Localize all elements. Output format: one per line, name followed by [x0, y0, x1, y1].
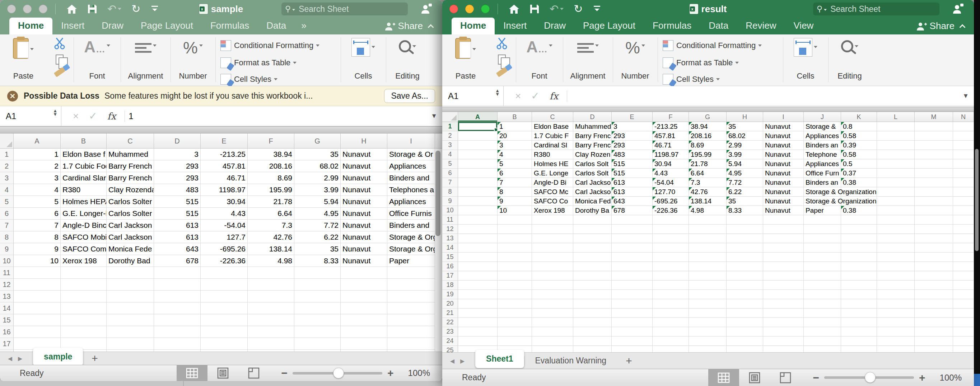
- copy-icon[interactable]: [498, 54, 506, 65]
- cell-H11[interactable]: [340, 267, 387, 279]
- cell-J15[interactable]: [804, 253, 841, 262]
- row-header-22[interactable]: 22: [442, 318, 458, 327]
- cell-K24[interactable]: [841, 337, 877, 346]
- cell-L7[interactable]: [877, 178, 915, 187]
- share-button[interactable]: Share: [916, 21, 964, 32]
- cell-N5[interactable]: [953, 159, 974, 168]
- cell-H11[interactable]: [727, 215, 763, 225]
- cell-M1[interactable]: [915, 122, 953, 131]
- column-header-E[interactable]: E: [612, 112, 652, 122]
- row-header-8[interactable]: 8: [0, 231, 14, 243]
- cell-F5[interactable]: 30.94: [652, 159, 689, 168]
- sheet-tab-sample[interactable]: sample: [33, 348, 83, 366]
- zoom-in-button[interactable]: +: [919, 372, 926, 384]
- cell-F13[interactable]: [652, 234, 689, 243]
- cell-F15[interactable]: [248, 314, 294, 326]
- cell-G24[interactable]: [689, 337, 727, 346]
- cell-I13[interactable]: [387, 291, 435, 302]
- cell-H12[interactable]: [727, 225, 763, 234]
- cell-G13[interactable]: [294, 291, 340, 302]
- select-all-corner[interactable]: [0, 133, 14, 148]
- cell-E11[interactable]: [200, 267, 248, 279]
- cell-B4[interactable]: R380: [60, 184, 107, 196]
- cell-J8[interactable]: Storage & Organization: [804, 187, 841, 197]
- home-icon[interactable]: [509, 4, 519, 14]
- cell-D4[interactable]: 483: [154, 184, 200, 196]
- cell-C9[interactable]: Monica Fede: [107, 243, 154, 255]
- cell-C1[interactable]: Muhammed: [107, 149, 154, 160]
- tab-formulas[interactable]: Formulas: [644, 17, 700, 35]
- cell-L24[interactable]: [877, 337, 915, 346]
- cell-J17[interactable]: [804, 271, 841, 281]
- cell-D7[interactable]: Carl Jackso: [573, 178, 612, 187]
- cell-H20[interactable]: [727, 299, 763, 308]
- tab-overflow-chevron[interactable]: »: [295, 17, 313, 35]
- cell-B4[interactable]: 4: [498, 150, 532, 159]
- cell-J3[interactable]: Binders an: [804, 141, 841, 150]
- cell-G17[interactable]: [689, 271, 727, 281]
- cell-K2[interactable]: 0.58: [841, 131, 877, 141]
- cell-K25[interactable]: [841, 346, 877, 352]
- zoom-in-button[interactable]: +: [387, 367, 394, 379]
- cell-E9[interactable]: -695.26: [200, 243, 248, 255]
- column-header-J[interactable]: J: [804, 112, 841, 122]
- home-icon[interactable]: [67, 4, 77, 14]
- row-header-8[interactable]: 8: [442, 187, 458, 197]
- cell-A12[interactable]: [458, 225, 498, 234]
- cell-N19[interactable]: [953, 290, 974, 299]
- cell-F2[interactable]: 208.16: [248, 160, 294, 172]
- cell-M11[interactable]: [915, 215, 953, 225]
- cell-I2[interactable]: Nunavut: [763, 131, 804, 141]
- editing-group[interactable]: Editing: [828, 35, 871, 86]
- tab-insert[interactable]: Insert: [52, 17, 93, 35]
- column-header-H[interactable]: H: [340, 133, 387, 148]
- cell-G3[interactable]: 8.69: [689, 141, 727, 150]
- close-button[interactable]: [449, 5, 458, 13]
- sheet-tab-sheet1[interactable]: Sheet1: [475, 350, 524, 368]
- cell-B8[interactable]: SAFCO Mobi: [60, 231, 107, 243]
- cell-G17[interactable]: [294, 338, 340, 350]
- insert-function-icon[interactable]: fx: [107, 111, 116, 122]
- cell-D12[interactable]: [154, 279, 200, 291]
- cell-C5[interactable]: Carlos Solter: [107, 196, 154, 208]
- cell-D11[interactable]: [573, 215, 612, 225]
- cell-N18[interactable]: [953, 281, 974, 290]
- alignment-group[interactable]: Alignment: [563, 35, 613, 86]
- cell-A17[interactable]: [458, 271, 498, 281]
- cell-E9[interactable]: 643: [612, 197, 652, 206]
- cell-C10[interactable]: Xerox 198: [532, 206, 573, 215]
- cell-J24[interactable]: [804, 337, 841, 346]
- cell-L25[interactable]: [877, 346, 915, 352]
- cell-E8[interactable]: 613: [612, 187, 652, 197]
- cell-G15[interactable]: [294, 314, 340, 326]
- cell-A4[interactable]: 4: [14, 184, 60, 196]
- cell-B18[interactable]: [498, 281, 532, 290]
- cell-I10[interactable]: Paper: [387, 255, 435, 267]
- cell-I6[interactable]: Nunavut: [763, 168, 804, 178]
- cell-H9[interactable]: 35: [727, 197, 763, 206]
- tab-home[interactable]: Home: [10, 17, 52, 35]
- cell-F3[interactable]: 8.69: [248, 172, 294, 184]
- cell-E3[interactable]: 46.71: [200, 172, 248, 184]
- cell-D13[interactable]: [154, 291, 200, 302]
- cell-M10[interactable]: [915, 206, 953, 215]
- tab-review[interactable]: Review: [737, 17, 785, 35]
- cell-N7[interactable]: [953, 178, 974, 187]
- cancel-icon[interactable]: ×: [73, 111, 79, 122]
- cell-C7[interactable]: Carl Jackson: [107, 219, 154, 231]
- cell-H24[interactable]: [727, 337, 763, 346]
- cell-B11[interactable]: [498, 215, 532, 225]
- cell-M22[interactable]: [915, 318, 953, 327]
- cell-M3[interactable]: [915, 141, 953, 150]
- cell-M25[interactable]: [915, 346, 953, 352]
- cell-G13[interactable]: [689, 234, 727, 243]
- cell-I13[interactable]: [763, 234, 804, 243]
- tab-data[interactable]: Data: [258, 17, 295, 35]
- cell-A21[interactable]: [458, 308, 498, 318]
- row-header-5[interactable]: 5: [442, 159, 458, 168]
- cell-N10[interactable]: [953, 206, 974, 215]
- insert-function-icon[interactable]: fx: [550, 91, 558, 102]
- cell-I12[interactable]: [763, 225, 804, 234]
- cell-G5[interactable]: 5.94: [294, 196, 340, 208]
- cell-B24[interactable]: [498, 337, 532, 346]
